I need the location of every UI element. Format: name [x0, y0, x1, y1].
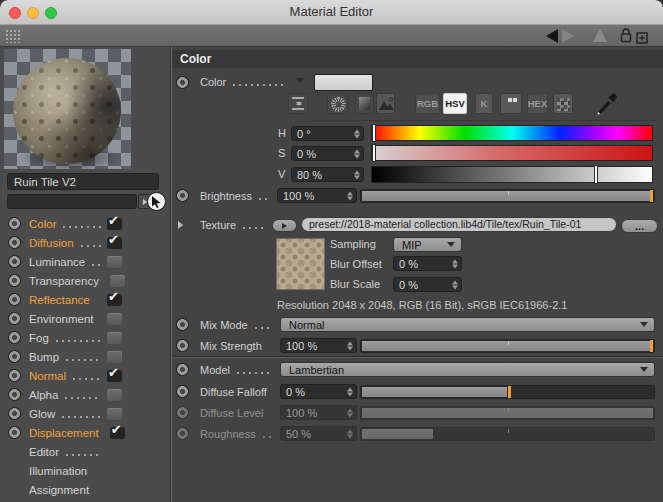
channel-row-glow[interactable]: Glow ✔: [0, 404, 170, 423]
material-preview[interactable]: [4, 49, 131, 169]
channel-checkbox[interactable]: ✔: [107, 313, 122, 325]
hue-marker[interactable]: [372, 124, 376, 142]
pick-material-button[interactable]: [147, 192, 166, 211]
color-swatch[interactable]: [314, 74, 373, 91]
channel-radio[interactable]: [8, 217, 21, 230]
stepper-icon[interactable]: [347, 191, 353, 200]
stepper-icon[interactable]: [347, 387, 353, 396]
brightness-input[interactable]: 100 %: [277, 188, 357, 203]
mix-strength-radio[interactable]: [176, 339, 189, 352]
channel-checkbox[interactable]: ✔: [107, 332, 122, 344]
texture-preview-button[interactable]: [272, 219, 297, 232]
channel-radio[interactable]: [8, 255, 21, 268]
titlebar[interactable]: Material Editor: [0, 0, 663, 25]
channel-label[interactable]: Editor: [29, 446, 59, 458]
value-marker[interactable]: [594, 165, 598, 184]
channel-row-assignment[interactable]: Assignment ✔: [0, 480, 170, 499]
new-window-icon[interactable]: [636, 30, 648, 48]
channel-row-alpha[interactable]: Alpha ✔: [0, 385, 170, 404]
channel-label[interactable]: Fog: [29, 332, 49, 344]
slider-handle[interactable]: [650, 190, 653, 202]
sampling-dropdown[interactable]: MIP: [393, 237, 462, 252]
texture-expand-icon[interactable]: [178, 221, 183, 229]
channel-checkbox[interactable]: ✔: [107, 294, 122, 306]
eyedropper-icon[interactable]: [594, 90, 620, 120]
channel-radio[interactable]: [8, 236, 21, 249]
channel-label[interactable]: Illumination: [29, 465, 87, 477]
rgb-mode-button[interactable]: RGB: [415, 93, 440, 114]
channel-radio[interactable]: [8, 312, 21, 325]
stepper-icon[interactable]: [354, 170, 360, 179]
k-mode-button[interactable]: K: [475, 93, 493, 114]
channel-radio[interactable]: [8, 369, 21, 382]
channel-label[interactable]: Displacement: [29, 427, 99, 439]
channel-row-luminance[interactable]: Luminance ✔: [0, 252, 170, 271]
channel-checkbox[interactable]: ✔: [107, 389, 122, 401]
saturation-input[interactable]: 0 %: [291, 146, 364, 161]
channel-label[interactable]: Glow: [29, 408, 55, 420]
channel-label[interactable]: Normal: [29, 370, 66, 382]
channel-checkbox[interactable]: ✔: [107, 256, 122, 268]
channel-label[interactable]: Alpha: [29, 389, 58, 401]
channel-label[interactable]: Bump: [29, 351, 59, 363]
channel-label[interactable]: Environment: [29, 313, 94, 325]
diffuse-falloff-radio[interactable]: [176, 385, 189, 398]
drag-grip-icon[interactable]: [5, 29, 22, 43]
channel-row-displacement[interactable]: Displacement ✔: [0, 423, 170, 442]
blur-scale-input[interactable]: 0 %: [393, 277, 462, 292]
channel-checkbox[interactable]: ✔: [107, 218, 122, 230]
channel-checkbox[interactable]: ✔: [110, 427, 125, 439]
texture-path-field[interactable]: preset://2018-material collection.lib4d/…: [301, 217, 617, 232]
channel-label[interactable]: Assignment: [29, 484, 89, 496]
channel-radio[interactable]: [8, 388, 21, 401]
channel-checkbox[interactable]: ✔: [107, 351, 122, 363]
channel-radio[interactable]: [8, 350, 21, 363]
color-wheel-icon[interactable]: [327, 93, 348, 114]
texture-browse-button[interactable]: ...: [621, 219, 658, 233]
lock-icon[interactable]: [620, 28, 632, 47]
stepper-icon[interactable]: [452, 259, 458, 268]
model-radio[interactable]: [176, 363, 189, 376]
channel-row-normal[interactable]: Normal ✔: [0, 366, 170, 385]
brightness-radio[interactable]: [176, 189, 189, 202]
slider-handle[interactable]: [650, 340, 653, 352]
hsv-mode-button[interactable]: HSV: [443, 93, 467, 114]
channel-checkbox[interactable]: ✔: [107, 408, 122, 420]
blur-offset-input[interactable]: 0 %: [393, 256, 462, 271]
mix-strength-input[interactable]: 100 %: [280, 338, 357, 353]
hue-input[interactable]: 0 °: [291, 126, 364, 141]
mix-strength-slider[interactable]: [360, 339, 655, 353]
hex-mode-button[interactable]: HEX: [527, 93, 548, 114]
channel-row-reflectance[interactable]: Reflectance ✔: [0, 290, 170, 309]
channel-row-bump[interactable]: Bump ✔: [0, 347, 170, 366]
channel-row-illumination[interactable]: Illumination ✔: [0, 461, 170, 480]
material-name-input[interactable]: Ruin Tile V2: [7, 173, 159, 190]
stepper-icon[interactable]: [452, 280, 458, 289]
slider-handle[interactable]: [508, 386, 511, 398]
channel-row-color[interactable]: Color ✔: [0, 214, 170, 233]
image-mode-icon[interactable]: [376, 93, 395, 114]
channel-row-transparency[interactable]: Transparency ✔: [0, 271, 170, 290]
stepper-icon[interactable]: [354, 129, 360, 138]
search-input[interactable]: [7, 194, 137, 209]
model-dropdown[interactable]: Lambertian: [280, 362, 655, 377]
channel-row-environment[interactable]: Environment ✔: [0, 309, 170, 328]
stepper-icon[interactable]: [354, 149, 360, 158]
channel-radio[interactable]: [8, 331, 21, 344]
channel-radio[interactable]: [8, 293, 21, 306]
channel-row-editor[interactable]: Editor ✔: [0, 442, 170, 461]
mix-mode-dropdown[interactable]: Normal: [280, 317, 655, 332]
channel-checkbox[interactable]: ✔: [107, 370, 122, 382]
channel-checkbox[interactable]: ✔: [107, 237, 122, 249]
channel-row-diffusion[interactable]: Diffusion ✔: [0, 233, 170, 252]
mixer-mode-icon[interactable]: [500, 93, 522, 114]
compact-mode-icon[interactable]: [288, 93, 308, 114]
brightness-slider[interactable]: [360, 189, 655, 203]
channel-radio[interactable]: [8, 274, 21, 287]
up-arrow-icon[interactable]: [593, 29, 607, 42]
channel-label[interactable]: Transparency: [29, 275, 99, 287]
texture-thumbnail[interactable]: [276, 238, 325, 290]
saturation-gradient-bar[interactable]: [371, 145, 653, 161]
channel-label[interactable]: Luminance: [29, 256, 85, 268]
channel-radio[interactable]: [8, 407, 21, 420]
